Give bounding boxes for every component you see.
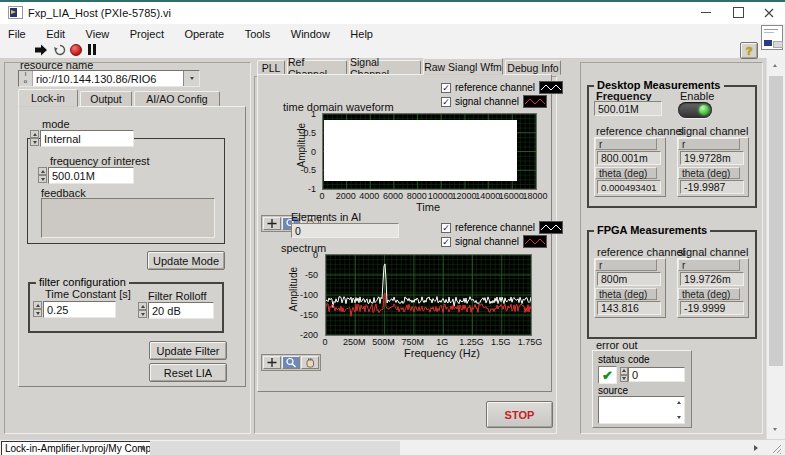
abort-button[interactable] [70,44,82,56]
resource-name-combo[interactable]: Io rio://10.144.130.86/RIO6 [18,70,200,87]
time-constant-spinner[interactable] [33,301,42,317]
reference-trace-glyph-2 [539,221,563,234]
scroll-down-icon[interactable] [677,416,681,419]
theta-caption: theta (deg) [678,288,740,300]
scroll-up-icon[interactable] [677,401,681,404]
pause-button[interactable] [88,44,97,55]
horizontal-scrollbar-thumb[interactable] [150,441,400,455]
filter-rolloff-input[interactable]: 20 dB [148,302,214,319]
vi-icon [761,25,783,50]
fpga-ref-cluster: r 800m theta (deg) 143.816 [594,258,666,318]
minimize-button[interactable] [690,2,722,23]
chart1-xticks: 0200040006000800010000120001400016000180… [322,191,535,201]
filter-rolloff-spinner[interactable] [138,302,147,318]
enable-label: Enable [680,90,714,102]
legend-signal-row-1: ✓ signal channel [441,95,547,108]
help-icon: ? [746,45,753,57]
app-icon [8,6,23,19]
pan-tool-button-2[interactable] [301,356,319,369]
combo-dropdown-button[interactable] [183,71,199,86]
menu-bar: File Edit View Project Operate Tools Win… [0,24,785,41]
chart2-xlabel: Frequency (Hz) [404,347,480,359]
error-source-box[interactable] [598,396,685,424]
error-status-label: status [598,354,625,365]
mode-spinner[interactable] [30,130,39,146]
theta-caption: theta (deg) [678,167,740,179]
theta-caption: theta (deg) [595,167,657,179]
desktop-sig-cluster: r 19.9728m theta (deg) -19.9987 [677,137,749,197]
fpga-ref-channel-label: reference channel [597,246,685,258]
signal-trace-glyph-1 [523,95,547,108]
tab-signal-channel[interactable]: Signal Channel [349,60,421,75]
chart2-title: spectrum [281,242,326,254]
enable-switch-led [699,105,709,115]
error-out-cluster: status ✔ code 0 source [592,350,692,428]
resize-grip[interactable] [771,443,783,455]
legend-signal-label-1: signal channel [455,96,519,107]
cursor-move-tool-button-2[interactable] [263,356,281,369]
signal-channel-checkbox-2[interactable]: ✓ [441,237,451,247]
tab-output[interactable]: Output [80,91,132,107]
desktop-ref-theta-indicator: 0.000493401 [597,180,661,194]
error-code-spinner[interactable] [620,367,628,382]
scrollbar-up-icon[interactable] [773,64,777,67]
error-source-label: source [598,385,628,396]
desktop-sig-channel-label: signal channel [678,125,748,137]
tab-lock-in[interactable]: Lock-in [18,89,78,107]
chart1-title: time domain waveform [283,101,394,113]
reference-channel-checkbox-2[interactable]: ✓ [441,223,451,233]
hscroll-right-icon[interactable] [754,445,758,451]
project-path-box[interactable]: Lock-in-Amplifier.lvproj/My Computer [1,441,172,455]
filter-rolloff-label: Filter Rolloff [148,290,206,302]
frequency-spinner[interactable] [38,167,47,183]
mode-label: mode [42,118,70,130]
time-constant-input[interactable]: 0.25 [43,301,116,318]
time-constant-label: Time Constant [s] [45,288,131,300]
tab-ref-channel[interactable]: Ref Channel [287,60,347,75]
reference-trace-glyph-1 [539,81,563,94]
elements-in-ai-indicator: 0 [291,223,399,238]
tab-debug-info[interactable]: Debug Info [505,60,561,75]
chart2-xticks: 0250M500M750M1G1.25G1.5G1.75G [325,337,530,347]
cross-icon [266,357,278,368]
run-button[interactable] [34,44,48,56]
maximize-button[interactable] [722,2,754,23]
chart1-yticks: 10.50-0.5-1 [294,113,318,188]
fpga-sig-channel-label: signal channel [678,246,748,258]
update-filter-button[interactable]: Update Filter [149,341,227,360]
magnifier-icon [285,357,297,368]
desktop-ref-r-indicator: 800.001m [597,151,661,165]
help-button[interactable]: ? [740,42,758,59]
r-caption: r [678,259,740,271]
mode-dropdown[interactable]: Internal [40,130,134,147]
zoom-tool-button-2[interactable] [282,356,300,369]
fpga-sig-cluster: r 19.9726m theta (deg) -19.9999 [677,258,749,318]
update-mode-button[interactable]: Update Mode [147,251,225,270]
legend-reference-label-2: reference channel [455,222,535,233]
signal-channel-checkbox-1[interactable]: ✓ [441,97,451,107]
window-title: Fxp_LIA_Host (PXIe-5785).vi [28,7,171,19]
chart2-yticks: 0-50-100-150-200 [294,254,320,334]
vertical-scrollbar[interactable] [766,58,785,439]
reset-lia-button[interactable]: Reset LIA [149,363,227,382]
enable-switch[interactable] [678,102,712,118]
stop-button[interactable]: STOP [486,401,553,428]
tab-pll[interactable]: PLL [257,60,285,75]
vertical-scrollbar-thumb[interactable] [769,76,783,366]
legend-signal-label-2: signal channel [455,236,519,247]
hscroll-left-icon[interactable] [140,445,144,451]
status-bar: Lock-in-Amplifier.lvproj/My Computer [0,439,785,455]
error-code-input[interactable]: 0 [628,367,685,382]
close-button[interactable] [753,2,785,23]
tab-ai-ao-config[interactable]: AI/AO Config [134,91,220,107]
frequency-of-interest-input[interactable]: 500.01M [48,167,134,184]
reference-channel-checkbox-1[interactable]: ✓ [441,83,451,93]
legend-reference-label-1: reference channel [455,82,535,93]
tab-raw-siangl-wfm[interactable]: Raw Siangl Wfm [423,58,503,75]
run-continuously-button[interactable] [53,43,67,56]
scrollbar-down-icon[interactable] [773,428,777,431]
fpga-measurements-title: FPGA Measurements [594,224,710,236]
labview-window: Fxp_LIA_Host (PXIe-5785).vi File Edit Vi… [0,0,785,455]
cursor-move-tool-button[interactable] [263,217,281,230]
cross-icon [266,218,278,229]
